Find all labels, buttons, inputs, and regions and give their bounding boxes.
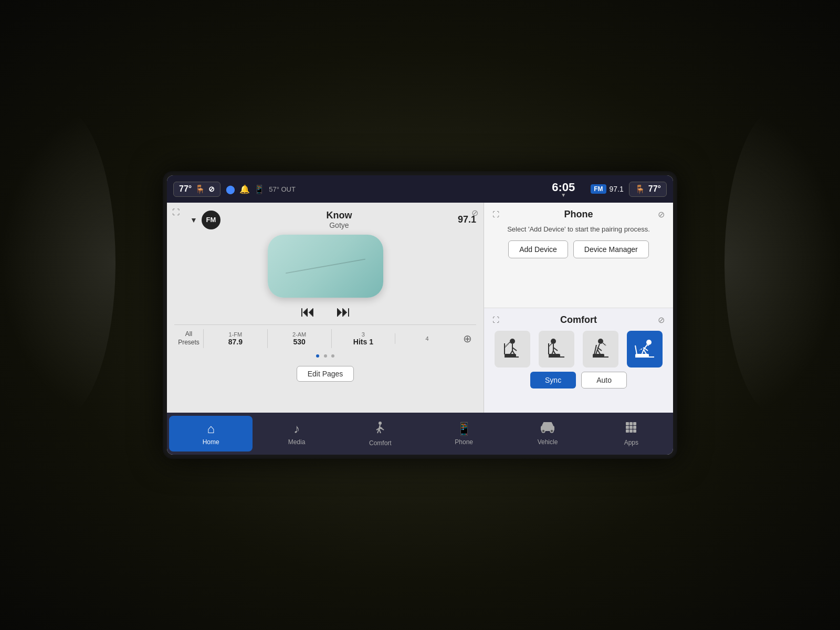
- nav-phone-label: Phone: [455, 438, 473, 446]
- temp-display-left[interactable]: 77° 🪑 ⊘: [173, 182, 220, 197]
- svg-point-43: [550, 429, 553, 433]
- all-presets-button[interactable]: All Presets: [174, 330, 203, 346]
- phone-panel-title: Phone: [499, 209, 658, 220]
- seat-pos-2-icon: [546, 337, 567, 361]
- svg-point-30: [646, 340, 652, 345]
- svg-rect-44: [626, 422, 629, 425]
- steering-wheel-left: [0, 105, 116, 420]
- nav-comfort[interactable]: Comfort: [339, 413, 422, 455]
- seat-pos-3-button[interactable]: [583, 331, 618, 368]
- preset-1[interactable]: 1-FM 87.9: [203, 329, 267, 348]
- comfort-expand-icon[interactable]: ⛶: [492, 316, 499, 324]
- comfort-options-icon[interactable]: ⊘: [658, 315, 665, 325]
- add-preset-button[interactable]: ⊕: [459, 332, 476, 345]
- next-track-button[interactable]: ⏭: [336, 303, 351, 320]
- svg-line-8: [505, 342, 510, 348]
- presets-bar: All Presets 1-FM 87.9 2-AM 530 3: [174, 324, 476, 348]
- source-dropdown-arrow[interactable]: ▼: [190, 216, 197, 224]
- nav-apps[interactable]: Apps: [590, 413, 673, 455]
- phone-expand-icon[interactable]: ⛶: [492, 211, 499, 218]
- media-source: ▼ FM: [190, 211, 220, 229]
- svg-rect-47: [626, 426, 629, 429]
- dot-2: [324, 354, 327, 358]
- seat-pos-3-icon: [590, 337, 611, 361]
- nav-phone[interactable]: 📱 Phone: [422, 413, 506, 455]
- sync-button[interactable]: Sync: [530, 372, 576, 388]
- media-options-icon[interactable]: ⊘: [471, 208, 478, 218]
- svg-rect-50: [626, 429, 629, 433]
- svg-rect-46: [633, 422, 636, 425]
- outside-temp-display: 57° OUT: [269, 185, 296, 193]
- status-icons-group: ⬤ 🔔 📱 57° OUT: [226, 184, 536, 194]
- nav-apps-label: Apps: [624, 439, 638, 446]
- seat-pos-4-button[interactable]: [627, 331, 663, 368]
- nav-vehicle[interactable]: Vehicle: [506, 413, 589, 455]
- preset-3[interactable]: 3 Hits 1: [331, 329, 395, 348]
- track-info: Know Gotye: [326, 210, 352, 229]
- media-header: ▼ FM Know Gotye 97.1: [174, 210, 476, 229]
- dot-3: [331, 354, 334, 358]
- main-content: ⛶ ⊘ ▼ FM Know Gotye 97.1: [167, 203, 673, 413]
- media-expand-icon[interactable]: ⛶: [172, 208, 180, 216]
- comfort-panel-header: ⛶ Comfort ⊘: [492, 314, 665, 326]
- media-panel: ⛶ ⊘ ▼ FM Know Gotye 97.1: [167, 203, 484, 413]
- page-dots: [174, 348, 476, 362]
- auto-button[interactable]: Auto: [581, 372, 627, 388]
- infotainment-screen: 77° 🪑 ⊘ ⬤ 🔔 📱 57° OUT 6:05 ▼: [167, 175, 673, 455]
- svg-rect-51: [629, 429, 633, 433]
- seat-pos-1-button[interactable]: [495, 331, 530, 368]
- seat-position-buttons: [492, 331, 665, 368]
- car-background: 77° 🪑 ⊘ ⬤ 🔔 📱 57° OUT 6:05 ▼: [0, 0, 840, 630]
- seat-pos-1-icon: [502, 337, 523, 361]
- bluetooth-icon: ⬤: [226, 184, 235, 194]
- media-icon: ♪: [293, 422, 300, 436]
- fan-icon: ⊘: [208, 185, 215, 193]
- seat-heat-icon-left: 🪑: [195, 184, 205, 194]
- svg-point-3: [510, 339, 515, 344]
- prev-track-button[interactable]: ⏮: [300, 303, 315, 320]
- device-manager-button[interactable]: Device Manager: [573, 240, 649, 258]
- seat-control-buttons: Sync Auto: [492, 372, 665, 388]
- home-icon: ⌂: [207, 422, 215, 436]
- svg-rect-49: [633, 426, 636, 429]
- steering-wheel-right: [724, 105, 840, 420]
- svg-line-40: [379, 429, 381, 433]
- nav-home[interactable]: ⌂ Home: [169, 416, 253, 452]
- svg-line-14: [553, 348, 558, 351]
- phone-options-icon[interactable]: ⊘: [658, 209, 665, 219]
- bottom-navigation: ⌂ Home ♪ Media: [167, 413, 673, 455]
- track-title: Know: [326, 210, 352, 221]
- preset-2[interactable]: 2-AM 530: [267, 329, 331, 348]
- svg-point-12: [551, 339, 556, 344]
- apps-icon: [625, 421, 637, 437]
- status-bar: 77° 🪑 ⊘ ⬤ 🔔 📱 57° OUT 6:05 ▼: [167, 175, 673, 203]
- comfort-panel-title: Comfort: [499, 314, 658, 326]
- phone-action-buttons: Add Device Device Manager: [492, 240, 665, 258]
- svg-point-42: [542, 429, 545, 433]
- screen-bezel: 77° 🪑 ⊘ ⬤ 🔔 📱 57° OUT 6:05 ▼: [163, 171, 677, 459]
- phone-panel-header: ⛶ Phone ⊘: [492, 209, 665, 220]
- phone-instruction-text: Select 'Add Device' to start the pairing…: [492, 225, 665, 233]
- seat-icon-right: 🪑: [635, 184, 645, 194]
- track-artist: Gotye: [326, 221, 352, 229]
- radio-display: FM 97.1: [591, 184, 624, 194]
- nav-comfort-label: Comfort: [369, 439, 392, 447]
- add-device-button[interactable]: Add Device: [508, 240, 568, 258]
- nav-home-label: Home: [203, 438, 219, 446]
- comfort-icon: [373, 421, 387, 437]
- edit-pages-button[interactable]: Edit Pages: [297, 366, 354, 382]
- preset-4[interactable]: 4: [395, 333, 459, 344]
- nav-media-label: Media: [288, 438, 306, 446]
- seat-pos-4-icon: [634, 337, 655, 361]
- radio-visual-art: [268, 235, 383, 298]
- temp-left-value: 77°: [179, 184, 192, 194]
- temp-display-right[interactable]: 🪑 77°: [629, 182, 667, 197]
- svg-line-5: [512, 348, 517, 351]
- dot-1: [316, 354, 319, 358]
- fm-source-badge: FM: [202, 211, 220, 229]
- seat-pos-2-button[interactable]: [539, 331, 574, 368]
- nav-media[interactable]: ♪ Media: [255, 413, 338, 455]
- svg-line-17: [549, 342, 553, 346]
- media-controls: ⏮ ⏭: [174, 303, 476, 320]
- svg-rect-48: [629, 426, 633, 429]
